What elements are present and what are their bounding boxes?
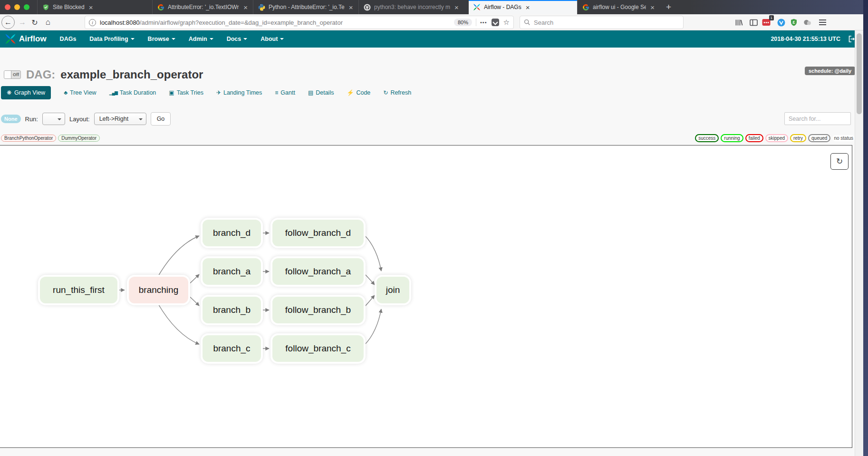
browser-tab-google-search[interactable]: airflow ui - Google Search ×: [577, 0, 660, 14]
legend-queued: queued: [808, 134, 830, 142]
dag-node-follow_branch_c[interactable]: follow_branch_c: [272, 335, 364, 362]
url-text[interactable]: localhost:8080/admin/airflow/graph?execu…: [100, 19, 343, 26]
tab-graph-view[interactable]: ❋Graph View: [1, 86, 51, 99]
extension-ghost-icon[interactable]: [802, 17, 812, 28]
tab-landing-times[interactable]: ✈Landing Times: [216, 89, 262, 96]
dag-node-follow_branch_a[interactable]: follow_branch_a: [272, 258, 364, 285]
close-tab-icon[interactable]: ×: [649, 4, 656, 11]
extension-red-icon[interactable]: 1: [761, 17, 772, 28]
fullscreen-window-button[interactable]: [24, 4, 29, 10]
caret-down-icon: [243, 38, 247, 42]
flash-icon: ⚡: [347, 89, 354, 96]
legend-dummyoperator: DummyOperator: [58, 135, 100, 142]
zoom-level-badge[interactable]: 80%: [454, 19, 472, 26]
operator-legend: BranchPythonOperator DummyOperator: [1, 135, 100, 142]
new-tab-button[interactable]: +: [660, 0, 677, 14]
desktop-background: [863, 0, 868, 456]
navbar-right: 2018-04-30 21:55:13 UTC: [771, 35, 863, 43]
library-icon[interactable]: [733, 17, 744, 28]
dag-title: example_branch_operator: [60, 68, 203, 81]
browser-tab-python[interactable]: Python - AttributeError: '_io.Te ×: [253, 0, 358, 14]
browser-tab-airflow-active[interactable]: Airflow - DAGs ×: [469, 0, 577, 14]
nav-item-about[interactable]: About: [254, 30, 290, 48]
browser-search-input[interactable]: [534, 19, 679, 26]
dag-node-branch_b[interactable]: branch_b: [203, 297, 261, 323]
dag-node-branch_c[interactable]: branch_c: [203, 335, 261, 362]
scrollbar-thumb[interactable]: [857, 33, 862, 114]
browser-toolbar: ← → ↻ ⌂ i localhost:8080/admin/airflow/g…: [0, 14, 863, 30]
legend-failed: failed: [745, 134, 763, 142]
airflow-brand[interactable]: Airflow: [0, 33, 53, 45]
dag-graph-panel: run_this_first branching branch_d follow…: [0, 145, 852, 448]
browser-tab-attributeerror[interactable]: AttributeError: '_io.TextIOWrapp ×: [152, 0, 253, 14]
dag-node-branch_d[interactable]: branch_d: [203, 220, 261, 246]
dag-node-run_this_first[interactable]: run_this_first: [40, 277, 117, 303]
page-actions-icon[interactable]: •••: [480, 19, 487, 25]
legend-success: success: [695, 134, 719, 142]
tab-task-duration[interactable]: ▁▄▆Task Duration: [109, 89, 156, 96]
run-select[interactable]: [42, 113, 65, 125]
forward-button[interactable]: →: [17, 16, 28, 29]
reload-button[interactable]: ↻: [29, 16, 40, 29]
site-info-icon[interactable]: i: [89, 19, 96, 26]
refresh-icon: ↻: [383, 89, 388, 96]
list-icon: ▤: [308, 89, 313, 96]
go-button[interactable]: Go: [151, 112, 171, 126]
layout-select[interactable]: Left->Right: [94, 113, 146, 125]
extension-shield-icon[interactable]: £: [789, 17, 799, 28]
back-button[interactable]: ←: [1, 16, 15, 29]
refresh-link[interactable]: ↻Refresh: [383, 89, 411, 96]
close-tab-icon[interactable]: ×: [525, 4, 531, 11]
page-scrollbar[interactable]: [855, 30, 863, 456]
tab-title: python3: behave incorrectly m: [374, 4, 450, 10]
dag-pause-toggle[interactable]: Off: [4, 70, 21, 79]
airflow-navbar: Airflow DAGs Data Profiling Browse Admin…: [0, 30, 863, 48]
bar-chart-icon: ▁▄▆: [109, 90, 117, 95]
pocket-icon[interactable]: [492, 19, 499, 26]
close-tab-icon[interactable]: ×: [242, 4, 249, 11]
minimize-window-button[interactable]: [14, 4, 20, 10]
browser-search-bar[interactable]: [520, 16, 684, 29]
sidebar-toggle-icon[interactable]: [748, 17, 759, 28]
nav-item-dags[interactable]: DAGs: [53, 30, 83, 48]
brand-name: Airflow: [19, 34, 47, 44]
nav-item-docs[interactable]: Docs: [220, 30, 254, 48]
close-tab-icon[interactable]: ×: [453, 4, 460, 11]
tab-gantt[interactable]: ≡Gantt: [275, 89, 295, 96]
menu-hamburger-icon[interactable]: [817, 17, 828, 28]
schedule-badge: schedule: @daily: [805, 67, 855, 75]
nav-item-admin[interactable]: Admin: [182, 30, 220, 48]
dag-node-join[interactable]: join: [376, 277, 409, 303]
tab-title: AttributeError: '_io.TextIOWrapp: [168, 4, 239, 10]
close-tab-icon[interactable]: ×: [88, 4, 94, 11]
nav-menu: DAGs Data Profiling Browse Admin Docs Ab…: [53, 30, 291, 48]
nav-item-browse[interactable]: Browse: [141, 30, 182, 48]
legend-skipped: skipped: [765, 134, 788, 142]
url-bar[interactable]: i localhost:8080/admin/airflow/graph?exe…: [85, 16, 514, 29]
close-window-button[interactable]: [5, 4, 10, 10]
extension-blue-icon[interactable]: [776, 17, 786, 28]
home-button[interactable]: ⌂: [42, 16, 54, 29]
browser-tab-site-blocked[interactable]: Site Blocked ×: [37, 0, 152, 14]
dag-node-branch_a[interactable]: branch_a: [203, 258, 261, 285]
task-search-input[interactable]: [784, 112, 851, 125]
run-label: Run:: [25, 116, 38, 123]
view-switcher: ❋Graph View ♣Tree View ▁▄▆Task Duration …: [1, 86, 411, 99]
dag-node-follow_branch_b[interactable]: follow_branch_b: [272, 297, 364, 323]
tab-code[interactable]: ⚡Code: [347, 89, 370, 96]
tab-task-tries[interactable]: ▣Task Tries: [169, 89, 203, 96]
caret-down-icon: [280, 38, 284, 42]
dag-node-follow_branch_d[interactable]: follow_branch_d: [272, 220, 364, 246]
airflow-logo-icon: [5, 33, 16, 45]
plane-icon: ✈: [216, 89, 221, 96]
dag-node-branching[interactable]: branching: [129, 277, 188, 303]
bookmark-star-icon[interactable]: ☆: [503, 18, 510, 27]
browser-tab-github[interactable]: python3: behave incorrectly m ×: [358, 0, 469, 14]
tab-tree-view[interactable]: ♣Tree View: [64, 89, 96, 96]
tab-title: Python - AttributeError: '_io.Te: [269, 4, 345, 10]
tab-details[interactable]: ▤Details: [308, 89, 334, 96]
dag-state-badge: None: [1, 115, 21, 123]
graph-refresh-button[interactable]: ↻: [830, 153, 849, 170]
nav-item-data-profiling[interactable]: Data Profiling: [83, 30, 141, 48]
close-tab-icon[interactable]: ×: [348, 4, 354, 11]
